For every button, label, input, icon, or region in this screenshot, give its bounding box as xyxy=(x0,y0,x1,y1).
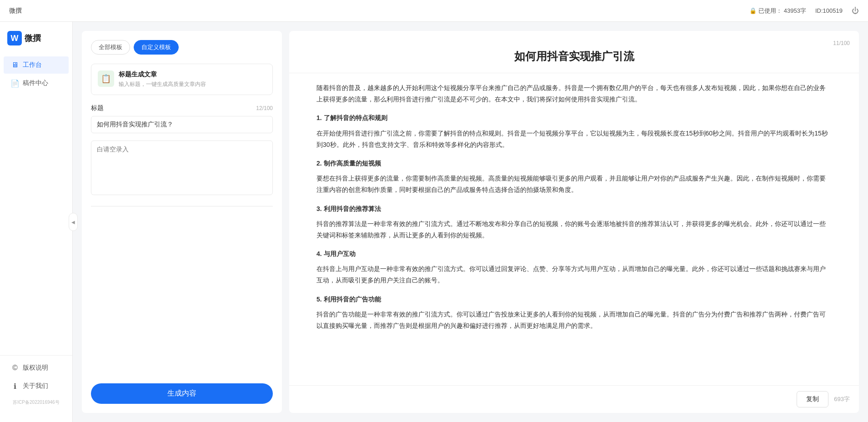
sidebar-item-copyright[interactable]: © 版权说明 xyxy=(4,359,69,377)
used-info: 🔒 已使用： 43953字 xyxy=(749,7,806,15)
logo-text: 微撰 xyxy=(25,33,41,44)
main-layout: W 微撰 🖥 工作台 📄 稿件中心 © 版权说明 ℹ 关于我们 苏ICP备202… xyxy=(0,22,868,422)
article-para-4: 要想在抖音上获得更多的流量，你需要制作高质量的短视频。高质量的短视频能够吸引更多… xyxy=(316,173,832,196)
sidebar-item-about[interactable]: ℹ 关于我们 xyxy=(4,377,69,395)
used-label: 已使用： xyxy=(758,7,782,15)
article-body[interactable]: 随着抖音的普及，越来越多的人开始利用这个短视频分享平台来推广自己的产品或服务。抖… xyxy=(289,73,859,385)
sidebar-collapse-button[interactable]: ◀ xyxy=(69,213,78,231)
article-para-6: 抖音的推荐算法是一种非常有效的推广引流方式。通过不断地发布和分享自己的短视频，你… xyxy=(316,218,832,241)
sidebar-item-label: 工作台 xyxy=(23,61,42,69)
sidebar-item-drafts[interactable]: 📄 稿件中心 xyxy=(4,75,69,92)
title-field-label: 标题 xyxy=(91,104,104,112)
word-count: 693字 xyxy=(834,395,850,403)
sidebar-logo: W 微撰 xyxy=(0,31,72,56)
content-area: 全部模板 自定义模板 📋 标题生成文章 输入标题，一键生成高质量文章内容 标题 … xyxy=(73,22,868,422)
tab-custom-templates[interactable]: 自定义模板 xyxy=(134,40,179,55)
title-input[interactable] xyxy=(91,116,273,133)
article-heading-5: 3. 利用抖音的推荐算法 xyxy=(316,203,832,215)
right-panel: 如何用抖音实现推广引流 11/100 随着抖音的普及，越来越多的人开始利用这个短… xyxy=(289,31,859,413)
right-panel-footer: 复制 693字 xyxy=(289,385,859,413)
sidebar-item-workbench[interactable]: 🖥 工作台 xyxy=(4,56,69,74)
icp-text: 苏ICP备2022016946号 xyxy=(0,396,72,409)
template-info: 标题生成文章 输入标题，一键生成高质量文章内容 xyxy=(119,70,266,88)
article-heading-1: 1. 了解抖音的特点和规则 xyxy=(316,112,832,124)
lock-icon: 🔒 xyxy=(749,7,757,14)
sidebar: W 微撰 🖥 工作台 📄 稿件中心 © 版权说明 ℹ 关于我们 苏ICP备202… xyxy=(0,22,73,422)
used-count: 43953字 xyxy=(784,7,806,15)
template-name: 标题生成文章 xyxy=(119,70,266,79)
article-para-10: 抖音的广告功能是一种非常有效的推广引流方式。你可以通过广告投放来让更多的人看到你… xyxy=(316,309,832,332)
article-title: 如何用抖音实现推广引流 xyxy=(307,40,841,68)
article-para-0: 随着抖音的普及，越来越多的人开始利用这个短视频分享平台来推广自己的产品或服务。抖… xyxy=(316,82,832,105)
tab-all-templates[interactable]: 全部模板 xyxy=(91,40,130,55)
sidebar-item-label: 版权说明 xyxy=(23,364,48,372)
sidebar-nav: 🖥 工作台 📄 稿件中心 xyxy=(0,56,72,355)
page-count: 11/100 xyxy=(833,40,850,46)
topbar-right: 🔒 已使用： 43953字 ID:100519 ⏻ xyxy=(749,7,859,15)
article-para-2: 在开始使用抖音进行推广引流之前，你需要了解抖音的特点和规则。抖音是一个短视频分享… xyxy=(316,128,832,151)
article-heading-7: 4. 与用户互动 xyxy=(316,248,832,260)
article-para-8: 在抖音上与用户互动是一种非常有效的推广引流方式。你可以通过回复评论、点赞、分享等… xyxy=(316,263,832,286)
field-divider xyxy=(91,206,273,206)
content-textarea[interactable] xyxy=(91,141,273,195)
drafts-icon: 📄 xyxy=(11,79,19,87)
sidebar-item-label: 关于我们 xyxy=(23,382,48,390)
user-id: ID:100519 xyxy=(815,7,843,14)
template-card-icon: 📋 xyxy=(98,70,114,87)
topbar: 微撰 🔒 已使用： 43953字 ID:100519 ⏻ xyxy=(0,0,868,22)
template-card[interactable]: 📋 标题生成文章 输入标题，一键生成高质量文章内容 xyxy=(91,64,273,95)
left-panel: 全部模板 自定义模板 📋 标题生成文章 输入标题，一键生成高质量文章内容 标题 … xyxy=(82,31,282,413)
sidebar-bottom: © 版权说明 ℹ 关于我们 苏ICP备2022016946号 xyxy=(0,355,72,413)
tabs-row: 全部模板 自定义模板 xyxy=(91,40,273,55)
copyright-icon: © xyxy=(11,364,19,372)
title-field-label-row: 标题 12/100 xyxy=(91,104,273,112)
template-desc: 输入标题，一键生成高质量文章内容 xyxy=(119,80,266,88)
copy-button[interactable]: 复制 xyxy=(797,391,828,407)
title-field-count: 12/100 xyxy=(256,105,273,111)
generate-button[interactable]: 生成内容 xyxy=(91,383,273,404)
info-icon: ℹ xyxy=(11,382,19,390)
power-icon[interactable]: ⏻ xyxy=(852,7,859,15)
article-heading-3: 2. 制作高质量的短视频 xyxy=(316,158,832,169)
right-panel-header: 如何用抖音实现推广引流 11/100 xyxy=(289,31,859,73)
logo-icon: W xyxy=(7,31,22,45)
workbench-icon: 🖥 xyxy=(11,61,19,69)
sidebar-item-label: 稿件中心 xyxy=(23,79,48,87)
topbar-title: 微撰 xyxy=(9,7,22,15)
article-heading-9: 5. 利用抖音的广告功能 xyxy=(316,294,832,305)
